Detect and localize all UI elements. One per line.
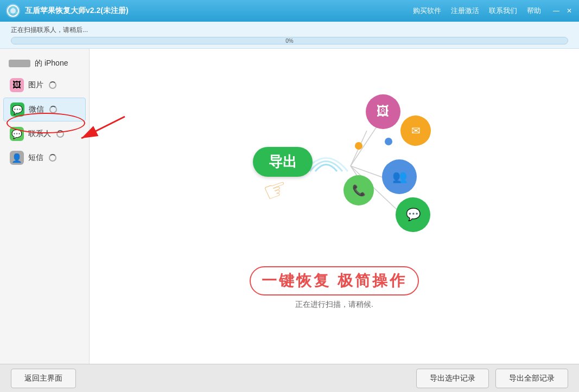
progress-bar: 0%	[11, 37, 568, 44]
svg-text:📞: 📞	[352, 184, 366, 197]
contacts-label: 联系人	[28, 129, 51, 139]
contacts-spinner	[56, 130, 64, 138]
photos-icon: 🖼	[10, 78, 24, 92]
sms-icon: 👤	[10, 151, 24, 165]
device-icon	[9, 60, 30, 67]
device-label: 的 iPhone	[35, 59, 68, 68]
app-logo-icon	[5, 3, 21, 18]
close-button[interactable]: ✕	[565, 7, 574, 15]
progress-percent: 0%	[285, 38, 293, 44]
app-title: 互盾苹果恢复大师v2.2(未注册)	[25, 6, 413, 16]
illustration: 🖼 ✉ 📞 👥 💬 导出 ☞	[220, 87, 448, 261]
svg-text:👥: 👥	[392, 169, 408, 184]
svg-point-3	[12, 6, 14, 8]
sidebar-device: 的 iPhone	[0, 54, 89, 73]
photos-label: 图片	[28, 80, 43, 90]
svg-text:💬: 💬	[406, 207, 421, 222]
footer: 返回主界面 导出选中记录 导出全部记录	[0, 364, 579, 392]
sidebar-item-contacts[interactable]: 💬 联系人	[3, 123, 86, 145]
main-panel: 🖼 ✉ 📞 👥 💬 导出 ☞	[90, 49, 579, 364]
main-content: 的 iPhone 🖼 图片 💬 微信 💬 联系人 👤 短信	[0, 49, 579, 364]
buy-button[interactable]: 购买软件	[413, 6, 441, 16]
sidebar-item-wechat[interactable]: 💬 微信	[3, 98, 86, 121]
progress-area: 正在扫描联系人，请稍后... 0%	[0, 22, 579, 49]
titlebar: 互盾苹果恢复大师v2.2(未注册) 购买软件 注册激活 联系我们 帮助 — ✕	[0, 0, 579, 22]
svg-point-2	[10, 8, 16, 14]
register-button[interactable]: 注册激活	[451, 6, 479, 16]
wechat-icon: 💬	[10, 102, 24, 117]
export-button[interactable]: 导出	[253, 147, 313, 177]
svg-point-4	[15, 12, 17, 14]
svg-text:✉: ✉	[411, 125, 421, 137]
contacts-icon: 💬	[10, 127, 24, 141]
svg-point-11	[355, 142, 362, 150]
slogan-text: 一键恢复 极简操作	[262, 272, 407, 289]
svg-point-5	[9, 12, 11, 14]
slogan-oval: 一键恢复 极简操作	[250, 266, 419, 295]
progress-label: 正在扫描联系人，请稍后...	[11, 25, 568, 35]
sidebar-item-photos[interactable]: 🖼 图片	[3, 74, 86, 97]
window-controls: — ✕	[552, 7, 574, 15]
sms-spinner	[49, 154, 56, 162]
footer-right-buttons: 导出选中记录 导出全部记录	[416, 369, 568, 388]
minimize-button[interactable]: —	[552, 7, 561, 15]
contact-button[interactable]: 联系我们	[489, 6, 517, 16]
photos-spinner	[49, 81, 56, 89]
scanning-text: 正在进行扫描，请稍候.	[250, 300, 419, 310]
export-all-button[interactable]: 导出全部记录	[495, 369, 568, 388]
bottom-text: 一键恢复 极简操作 正在进行扫描，请稍候.	[250, 266, 419, 310]
back-button[interactable]: 返回主界面	[11, 369, 76, 388]
sidebar-item-sms[interactable]: 👤 短信	[3, 146, 86, 169]
sidebar: 的 iPhone 🖼 图片 💬 微信 💬 联系人 👤 短信	[0, 49, 90, 364]
svg-point-13	[385, 138, 392, 145]
sms-label: 短信	[28, 153, 43, 163]
svg-text:🖼: 🖼	[377, 104, 390, 118]
export-selected-button[interactable]: 导出选中记录	[416, 369, 489, 388]
titlebar-actions: 购买软件 注册激活 联系我们 帮助	[413, 6, 541, 16]
wechat-label: 微信	[29, 105, 44, 114]
wechat-spinner	[49, 106, 57, 113]
help-button[interactable]: 帮助	[527, 6, 541, 16]
